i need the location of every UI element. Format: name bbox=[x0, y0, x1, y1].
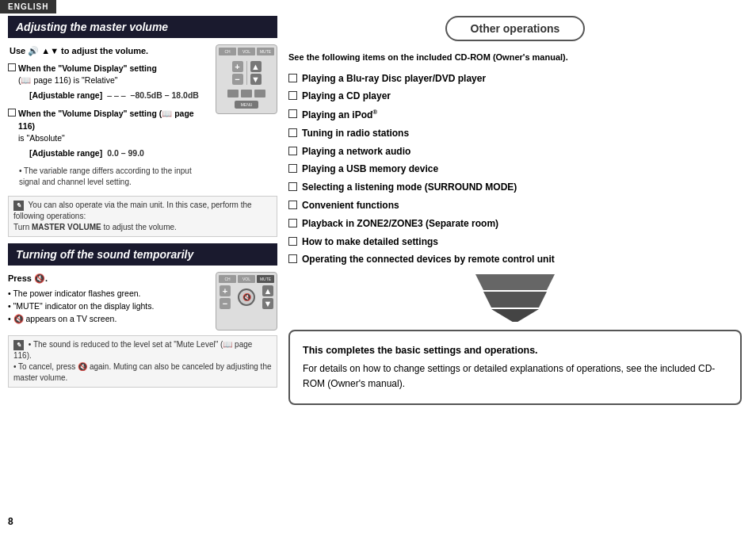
volume-note-box: ✎ You can also operate via the main unit… bbox=[8, 196, 277, 237]
mute-remote-btn-3: MUTE bbox=[257, 275, 274, 283]
mute-bullet-1: • The power indicator flashes green. bbox=[8, 288, 211, 300]
remote-down: ▼ bbox=[250, 74, 262, 85]
menu-item-surround-label: Selecting a listening mode (SURROUND MOD… bbox=[302, 181, 517, 194]
menu-sq-7 bbox=[288, 182, 297, 191]
mute-content: Press 🔇. • The power indicator flashes g… bbox=[8, 272, 211, 331]
menu-item-surround: Selecting a listening mode (SURROUND MOD… bbox=[288, 181, 742, 194]
mute-remote-btn-1: CH bbox=[219, 275, 236, 283]
volume-item-2: When the "Volume Display" setting (📖 pag… bbox=[8, 108, 211, 162]
mute-note-text: • The sound is reduced to the level set … bbox=[13, 340, 272, 382]
press-label: Press 🔇. bbox=[8, 272, 211, 285]
checkbox-2 bbox=[8, 109, 16, 117]
page-number: 8 bbox=[8, 516, 13, 527]
volume-section-header: Adjusting the master volume bbox=[8, 16, 277, 38]
menu-sq-4 bbox=[288, 128, 297, 137]
menu-item-network: Playing a network audio bbox=[288, 145, 742, 159]
menu-item-bluray-label: Playing a Blu-ray Disc player/DVD player bbox=[302, 72, 486, 86]
right-content: See the following items on the included … bbox=[285, 51, 745, 405]
volume-item-2-text: When the "Volume Display" setting (📖 pag… bbox=[18, 108, 211, 162]
svg-marker-1 bbox=[483, 292, 547, 308]
variable-note: • The variable range differs according t… bbox=[19, 166, 211, 188]
menu-item-network-label: Playing a network audio bbox=[302, 145, 410, 159]
remote-sm-btn-1 bbox=[227, 90, 239, 97]
menu-sq-1 bbox=[288, 74, 297, 82]
remote-menu-btn: MENU bbox=[235, 101, 258, 109]
menu-sq-5 bbox=[288, 147, 297, 155]
menu-item-operating: Operating the connected devices by remot… bbox=[288, 253, 742, 266]
mute-note-box: ✎ • The sound is reduced to the level se… bbox=[8, 335, 277, 388]
mute-section-header: Turning off the sound temporarily bbox=[8, 243, 277, 266]
summary-line1: This completes the basic settings and op… bbox=[303, 342, 727, 358]
remote-sm-btn-3 bbox=[254, 90, 265, 97]
menu-item-usb-label: Playing a USB memory device bbox=[302, 162, 438, 176]
menu-sq-10 bbox=[288, 237, 297, 246]
volume-item-1-text: When the "Volume Display" setting (📖 pag… bbox=[18, 63, 199, 105]
menu-item-settings-label: How to make detailed settings bbox=[302, 235, 438, 249]
volume-note-text: You can also operate via the main unit. … bbox=[13, 201, 252, 231]
mute-remote-minus: − bbox=[220, 298, 231, 309]
menu-sq-3 bbox=[288, 109, 297, 118]
checkbox-1 bbox=[8, 63, 16, 71]
menu-item-cd-label: Playing a CD player bbox=[302, 90, 391, 103]
menu-sq-6 bbox=[288, 164, 297, 173]
left-column: Adjusting the master volume Use 🔊 ▲▼ to … bbox=[8, 16, 277, 392]
menu-sq-11 bbox=[288, 254, 297, 263]
menu-list: Playing a Blu-ray Disc player/DVD player… bbox=[288, 72, 742, 267]
mute-up: ▲ bbox=[262, 285, 273, 296]
summary-box: This completes the basic settings and op… bbox=[288, 330, 742, 404]
remote-btn-1: CH bbox=[219, 48, 236, 55]
mute-remote-plus: + bbox=[220, 285, 231, 296]
mute-circle-btn: 🔇 bbox=[238, 289, 255, 306]
menu-item-zone-label: Playback in ZONE2/ZONE3 (Separate room) bbox=[302, 217, 498, 231]
menu-item-convenient-label: Convenient functions bbox=[302, 199, 399, 212]
remote-btn-3: MUTE bbox=[257, 48, 274, 55]
menu-item-radio: Tuning in radio stations bbox=[288, 127, 742, 140]
remote-btn-2: VOL bbox=[238, 48, 255, 55]
other-ops-pill: Other operations bbox=[445, 16, 586, 41]
right-intro: See the following items on the included … bbox=[288, 51, 742, 64]
mute-bullet-3: • 🔇 appears on a TV screen. bbox=[8, 313, 211, 326]
remote-sm-btn-2 bbox=[241, 90, 252, 97]
menu-item-bluray: Playing a Blu-ray Disc player/DVD player bbox=[288, 72, 742, 86]
menu-item-zone: Playback in ZONE2/ZONE3 (Separate room) bbox=[288, 217, 742, 231]
menu-item-radio-label: Tuning in radio stations bbox=[302, 127, 409, 140]
right-column: Other operations See the following items… bbox=[285, 16, 745, 405]
svg-marker-2 bbox=[491, 309, 539, 322]
menu-sq-8 bbox=[288, 201, 297, 209]
volume-content: Use 🔊 ▲▼ to adjust the volume. When the … bbox=[8, 44, 211, 191]
volume-remote-diagram: CH VOL MUTE + − ▲ ▼ bbox=[216, 44, 277, 191]
mute-remote-btn-2: VOL bbox=[238, 275, 255, 283]
mute-note-icon: ✎ bbox=[13, 340, 24, 350]
funnel-arrow-svg bbox=[468, 274, 563, 322]
menu-item-usb: Playing a USB memory device bbox=[288, 162, 742, 176]
mute-bullet-2: • "MUTE" indicator on the display lights… bbox=[8, 300, 211, 313]
menu-item-settings: How to make detailed settings bbox=[288, 235, 742, 249]
menu-item-ipod-label: Playing an iPod® bbox=[302, 108, 377, 122]
summary-line2: For details on how to change settings or… bbox=[303, 361, 727, 392]
volume-item-1: When the "Volume Display" setting (📖 pag… bbox=[8, 63, 211, 105]
language-tab: ENGLISH bbox=[0, 0, 56, 13]
menu-sq-2 bbox=[288, 91, 297, 100]
mute-section: Turning off the sound temporarily Press … bbox=[8, 243, 277, 388]
mute-down: ▼ bbox=[262, 298, 273, 309]
menu-item-cd: Playing a CD player bbox=[288, 90, 742, 103]
menu-item-ipod: Playing an iPod® bbox=[288, 108, 742, 122]
remote-plus: + bbox=[232, 61, 243, 72]
volume-intro: Use 🔊 ▲▼ to adjust the volume. bbox=[8, 44, 211, 58]
mute-remote-diagram: CH VOL MUTE + − 🔇 ▲ bbox=[216, 272, 277, 331]
note-icon: ✎ bbox=[13, 201, 24, 211]
menu-item-convenient: Convenient functions bbox=[288, 199, 742, 212]
remote-up: ▲ bbox=[250, 61, 262, 72]
other-ops-header: Other operations bbox=[285, 16, 745, 41]
svg-marker-0 bbox=[475, 274, 555, 290]
remote-minus: − bbox=[232, 74, 243, 85]
menu-item-operating-label: Operating the connected devices by remot… bbox=[302, 253, 555, 266]
menu-sq-9 bbox=[288, 219, 297, 227]
arrow-container bbox=[288, 274, 742, 322]
